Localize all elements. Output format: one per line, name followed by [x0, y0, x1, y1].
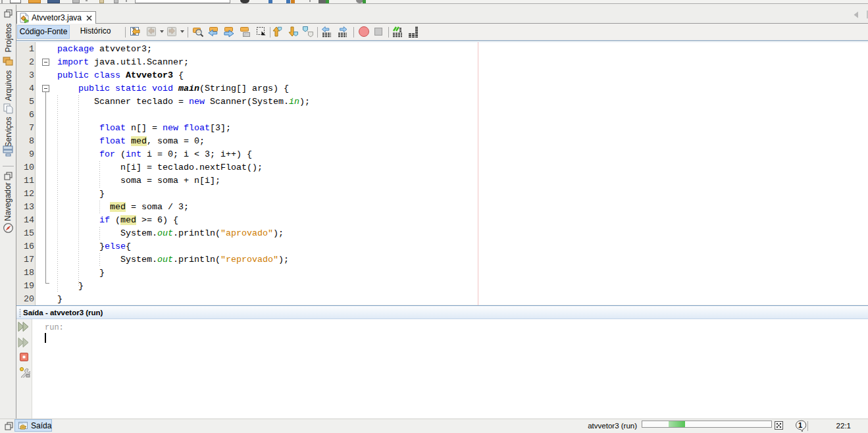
svg-text:1: 1 — [798, 421, 802, 429]
